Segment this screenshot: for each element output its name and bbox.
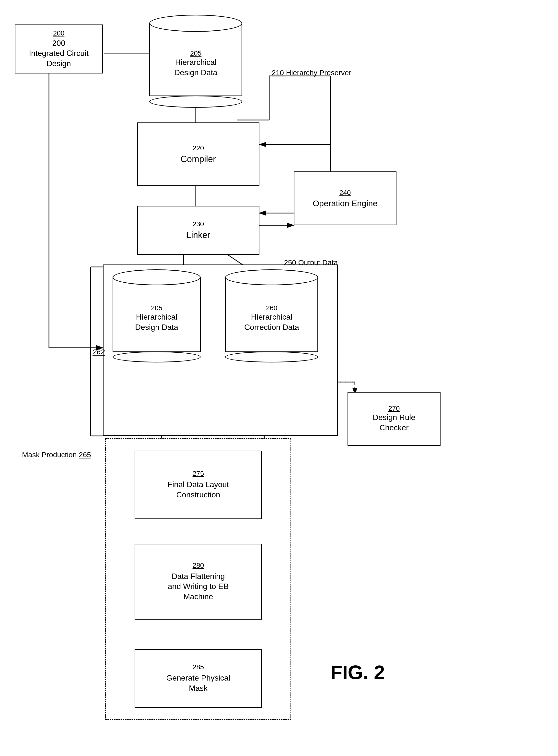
hier-design-top-cylinder: 205 HierarchicalDesign Data [144, 15, 247, 108]
mask-production-label: Mask Production 265 [22, 450, 91, 459]
final-data-label: Final Data LayoutConstruction [168, 480, 229, 500]
hier-correction-cylinder: 260 HierarchicalCorrection Data [220, 269, 323, 362]
hier-design-bottom-label: HierarchicalDesign Data [135, 312, 178, 332]
hier-design-bottom-id: 205 [151, 304, 162, 312]
generate-mask-label: Generate PhysicalMask [166, 673, 230, 693]
ic-design-label: 200 Integrated Circuit Design [29, 38, 88, 69]
ic-design-box: 200 200 Integrated Circuit Design [15, 24, 103, 73]
linker-id: 230 [193, 220, 204, 228]
data-flattening-box: 280 Data Flatteningand Writing to EBMach… [135, 544, 262, 619]
hier-design-top-label: HierarchicalDesign Data [174, 57, 217, 78]
data-flattening-label: Data Flatteningand Writing to EBMachine [168, 571, 229, 602]
operation-engine-label: Operation Engine [313, 199, 378, 208]
design-rule-checker-box: 270 Design RuleChecker [348, 392, 440, 446]
diagram-container: 200 200 Integrated Circuit Design 205 Hi… [0, 0, 558, 756]
operation-engine-box: 240 Operation Engine [294, 171, 397, 225]
hier-design-bottom-cylinder: 205 HierarchicalDesign Data [108, 269, 206, 362]
ic-design-id: 200 [53, 29, 65, 37]
compiler-id: 220 [193, 144, 204, 152]
operation-engine-id: 240 [339, 189, 351, 197]
bracket-262-label: 262 [93, 348, 105, 356]
final-data-id: 275 [193, 470, 204, 478]
generate-mask-box: 285 Generate PhysicalMask [135, 649, 262, 708]
hierarchy-preserver-label: 210 Hierarchy Preserver [272, 69, 351, 77]
linker-box: 230 Linker [137, 206, 259, 255]
hier-correction-label: HierarchicalCorrection Data [244, 312, 299, 332]
fig-label: FIG. 2 [330, 661, 385, 684]
design-rule-id: 270 [388, 405, 400, 412]
data-flattening-id: 280 [193, 562, 204, 569]
generate-mask-id: 285 [193, 663, 204, 671]
final-data-layout-box: 275 Final Data LayoutConstruction [135, 450, 262, 519]
linker-label: Linker [186, 230, 210, 240]
compiler-box: 220 Compiler [137, 122, 259, 186]
compiler-label: Compiler [181, 154, 216, 164]
hier-correction-id: 260 [266, 304, 278, 312]
hier-design-top-id: 205 [190, 49, 202, 57]
design-rule-label: Design RuleChecker [373, 412, 415, 433]
